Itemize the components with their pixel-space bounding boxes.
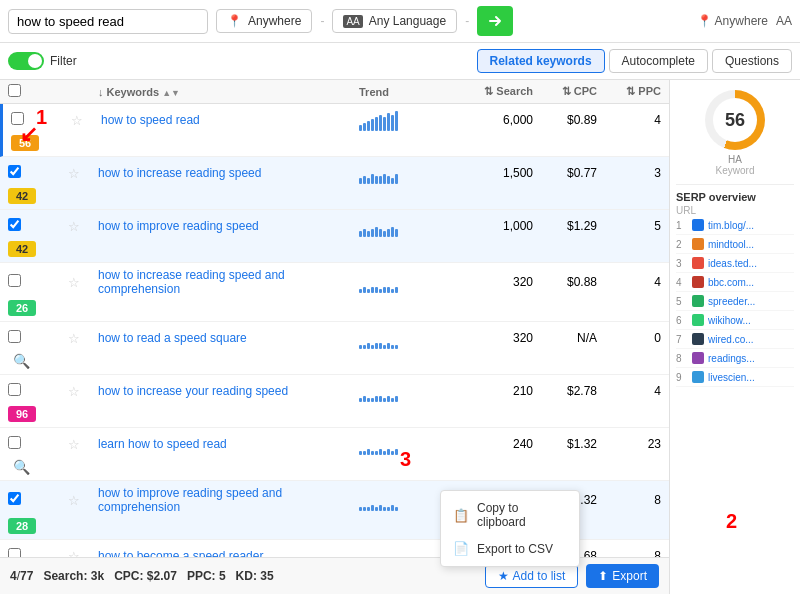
row-checkbox[interactable] [8, 383, 21, 396]
filter-toggle[interactable] [8, 52, 44, 70]
row-checkbox[interactable] [8, 492, 21, 505]
search-volume: 6,000 [463, 113, 533, 127]
serp-item[interactable]: 9 livescien... [676, 368, 794, 387]
trend-bar [363, 345, 366, 349]
serp-domain[interactable]: readings... [708, 353, 755, 364]
trend-chart [359, 433, 459, 455]
tab-questions[interactable]: Questions [712, 49, 792, 73]
serp-domain[interactable]: mindtool... [708, 239, 754, 250]
col-search-header[interactable]: ⇅ Search [463, 85, 533, 98]
table-row[interactable]: ☆learn how to speed read240$1.3223🔍 [0, 428, 669, 481]
tab-autocomplete[interactable]: Autocomplete [609, 49, 708, 73]
add-to-list-button[interactable]: ★ Add to list [485, 564, 579, 588]
site-favicon [692, 352, 704, 364]
table-row[interactable]: ☆how to increase reading speed1,500$0.77… [0, 157, 669, 210]
star-icon[interactable]: ☆ [68, 331, 80, 346]
trend-bar [367, 449, 370, 455]
serp-domain[interactable]: wired.co... [708, 334, 754, 345]
keyword-text[interactable]: how to increase your reading speed [98, 384, 288, 398]
serp-item[interactable]: 6 wikihow... [676, 311, 794, 330]
row-checkbox[interactable] [8, 274, 21, 287]
search-input[interactable] [17, 14, 177, 29]
trend-chart [359, 109, 459, 131]
keyword-text[interactable]: how to improve reading speed and compreh… [98, 486, 282, 514]
serp-domain[interactable]: wikihow... [708, 315, 751, 326]
trend-bar [395, 287, 398, 293]
trend-bar [379, 396, 382, 402]
kd-inner: 56 [713, 98, 757, 142]
row-checkbox[interactable] [8, 218, 21, 231]
serp-item[interactable]: 1 tim.blog/... [676, 216, 794, 235]
ppc-value: 8 [601, 493, 661, 507]
serp-item[interactable]: 7 wired.co... [676, 330, 794, 349]
serp-overview-title: SERP overview [676, 184, 794, 203]
row-checkbox[interactable] [8, 548, 21, 557]
table-row[interactable]: ☆how to increase reading speed and compr… [0, 263, 669, 322]
keyword-text[interactable]: learn how to speed read [98, 437, 227, 451]
table-row[interactable]: ☆how to speed read6,000$0.89456 [0, 104, 669, 157]
keyword-text[interactable]: how to increase reading speed and compre… [98, 268, 285, 296]
site-favicon [692, 371, 704, 383]
row-checkbox[interactable] [8, 165, 21, 178]
serp-domain[interactable]: spreeder... [708, 296, 755, 307]
keyword-text[interactable]: how to speed read [101, 113, 200, 127]
keyword-text[interactable]: how to improve reading speed [98, 219, 259, 233]
trend-bar [359, 178, 362, 184]
kd-badge: 96 [8, 406, 36, 422]
col-keyword-header[interactable]: ↓ Keywords ▲▼ [98, 86, 355, 98]
serp-item[interactable]: 8 readings... [676, 349, 794, 368]
star-icon[interactable]: ☆ [68, 493, 80, 508]
keyword-text[interactable]: how to increase reading speed [98, 166, 261, 180]
serp-domain[interactable]: tim.blog/... [708, 220, 754, 231]
go-button[interactable] [477, 6, 513, 36]
col-ppc-header[interactable]: ⇅ PPC [601, 85, 661, 98]
kd-badge: 56 [11, 135, 39, 151]
star-icon[interactable]: ☆ [71, 113, 83, 128]
row-checkbox[interactable] [11, 112, 24, 125]
keyword-text[interactable]: how to read a speed square [98, 331, 247, 345]
select-all-checkbox[interactable] [8, 84, 21, 97]
tab-related-keywords[interactable]: Related keywords [477, 49, 605, 73]
serp-item[interactable]: 4 bbc.com... [676, 273, 794, 292]
export-button[interactable]: ⬆ Export [586, 564, 659, 588]
serp-item[interactable]: 3 ideas.ted... [676, 254, 794, 273]
table-row[interactable]: ☆how to read a speed square320N/A0🔍 [0, 322, 669, 375]
context-menu-item[interactable]: 📋Copy to clipboard [441, 495, 579, 535]
kd-search-icon: 🔍 [13, 353, 30, 369]
ctx-item-label: Copy to clipboard [477, 501, 567, 529]
context-menu-item[interactable]: 📄Export to CSV [441, 535, 579, 562]
export-icon: ⬆ [598, 569, 608, 583]
trend-bar [371, 505, 374, 511]
serp-items: 1 tim.blog/... 2 mindtool... 3 ideas.ted… [676, 216, 794, 387]
table-header: ↓ Keywords ▲▼ Trend ⇅ Search ⇅ CPC ⇅ PPC… [0, 80, 669, 104]
star-icon[interactable]: ☆ [68, 549, 80, 558]
row-checkbox[interactable] [8, 436, 21, 449]
star-icon[interactable]: ☆ [68, 275, 80, 290]
serp-domain[interactable]: ideas.ted... [708, 258, 757, 269]
serp-domain[interactable]: livescien... [708, 372, 755, 383]
col-cpc-header[interactable]: ⇅ CPC [537, 85, 597, 98]
ctx-icon: 📋 [453, 508, 469, 523]
keyword-text[interactable]: how to become a speed reader [98, 549, 263, 557]
table-row[interactable]: ☆how to increase your reading speed210$2… [0, 375, 669, 428]
export-label: Export [612, 569, 647, 583]
search-val: 3k [91, 569, 104, 583]
cpc-val: $2.07 [147, 569, 177, 583]
star-icon[interactable]: ☆ [68, 166, 80, 181]
trend-bar [375, 287, 378, 293]
col-trend-header: Trend [359, 86, 459, 98]
star-icon[interactable]: ☆ [68, 437, 80, 452]
trend-bar [375, 343, 378, 349]
table-row[interactable]: ☆how to improve reading speed1,000$1.295… [0, 210, 669, 263]
location-box[interactable]: 📍 Anywhere [216, 9, 312, 33]
star-icon[interactable]: ☆ [68, 219, 80, 234]
serp-item[interactable]: 2 mindtool... [676, 235, 794, 254]
serp-domain[interactable]: bbc.com... [708, 277, 754, 288]
language-box[interactable]: AA Any Language [332, 9, 457, 33]
star-icon[interactable]: ☆ [68, 384, 80, 399]
ppc-value: 4 [601, 113, 661, 127]
trend-bar [387, 287, 390, 293]
trend-bar [359, 507, 362, 511]
serp-item[interactable]: 5 spreeder... [676, 292, 794, 311]
row-checkbox[interactable] [8, 330, 21, 343]
